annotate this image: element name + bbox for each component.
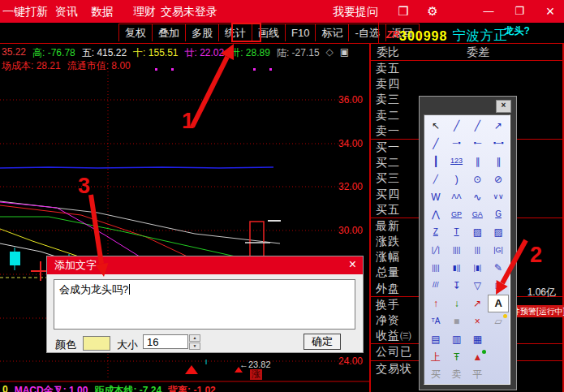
- tool-text-tool[interactable]: A: [489, 295, 508, 312]
- tool-small-text[interactable]: ᵀA: [426, 313, 446, 330]
- gear-icon[interactable]: ⚙: [424, 0, 441, 23]
- weibi-label: 委比: [377, 45, 399, 60]
- toolbar-button-2[interactable]: 多股: [185, 24, 218, 41]
- tool-ray-line[interactable]: ╱: [426, 136, 446, 152]
- tool-ga-tool[interactable]: GA: [467, 206, 487, 222]
- tool-v-wave[interactable]: ∨∨: [489, 189, 508, 205]
- tool-image-tool[interactable]: ▦: [467, 331, 487, 347]
- tool-gp-tool[interactable]: GP: [447, 206, 467, 222]
- menu-item-1[interactable]: 资讯: [55, 0, 78, 23]
- toolbar-button-4[interactable]: 画线: [252, 24, 285, 41]
- cube-icon[interactable]: ❒: [395, 0, 411, 23]
- tool-zigzag[interactable]: ∿: [467, 189, 487, 205]
- tool-xia-marker[interactable]: Ŧ: [447, 349, 467, 365]
- tool-up-arrow[interactable]: ↑: [426, 295, 446, 312]
- tool-hatch-band[interactable]: ▨: [467, 224, 487, 240]
- price-tick-label: 34.00: [338, 138, 369, 149]
- spinner-up-button[interactable]: ▲: [189, 334, 200, 342]
- tool-segment-dot-right[interactable]: ─▪: [447, 136, 467, 152]
- tool-segment-dots[interactable]: ▪─▪: [489, 136, 508, 152]
- tool-arrow-marker[interactable]: ↗: [467, 295, 487, 312]
- tool-bold-bars[interactable]: ▮||: [447, 260, 467, 276]
- tool-sell-label[interactable]: 卖: [447, 366, 467, 382]
- macd-segment: MACD金叉: 1.00: [15, 384, 88, 392]
- tool-ellipse[interactable]: ⊘: [489, 171, 508, 187]
- tool-cursor[interactable]: ↖: [426, 118, 446, 134]
- tool-ruler[interactable]: ▥: [447, 331, 467, 347]
- menu-item-2[interactable]: 数据: [91, 0, 114, 23]
- size-input[interactable]: 16: [143, 334, 188, 349]
- app-window: 一键打新资讯数据理财交易未登录 我要提问 ❒ ⚙ — ❐ × 复权叠加多股统计画…: [0, 0, 564, 392]
- toolbar-button-5[interactable]: F10: [285, 24, 315, 41]
- title-bar: 一键打新资讯数据理财交易未登录 我要提问 ❒ ⚙ — ❐ ×: [0, 0, 564, 23]
- drawing-toolbar-palette: × ↖╱╱↗╱─▪▪─▪─▪┃123∥∥╱)⊙⊘WΛΛ∿∨∨⋀GPGAGZT▨▨…: [419, 96, 517, 390]
- tool-linked-segment[interactable]: |╱|: [426, 242, 446, 258]
- tool-doc-lines[interactable]: ▤: [426, 331, 446, 347]
- tool-triangle-pencil[interactable]: ▽: [467, 278, 487, 294]
- tool-signal-marker[interactable]: ▲: [467, 349, 487, 365]
- tool-circle-gauge[interactable]: ⊙: [467, 171, 487, 187]
- ok-button[interactable]: 确定: [304, 334, 341, 350]
- tool-vertical-bars[interactable]: ||||: [447, 242, 467, 258]
- palette-grid: ↖╱╱↗╱─▪▪─▪─▪┃123∥∥╱)⊙⊘WΛΛ∿∨∨⋀GPGAGZT▨▨|╱…: [425, 117, 509, 382]
- tool-t-lines[interactable]: T: [447, 224, 467, 240]
- tool-short-ray[interactable]: ╱: [426, 171, 446, 187]
- menu-item-4[interactable]: 交易未登录: [161, 0, 217, 23]
- tool-flat-label[interactable]: 平: [467, 366, 487, 382]
- tool-vertical-segment[interactable]: ┃: [426, 153, 446, 170]
- volume-value: 1.06亿: [527, 286, 556, 299]
- signal-dots: [155, 68, 272, 71]
- menu-item-3[interactable]: 理财: [133, 0, 156, 23]
- minimize-button[interactable]: —: [480, 0, 497, 23]
- tool-channel-lines[interactable]: ∥: [489, 153, 508, 170]
- tool-mountain-curve[interactable]: ⋀: [426, 206, 446, 222]
- tool-segment-dot-left[interactable]: ▪─: [467, 136, 487, 152]
- color-swatch[interactable]: [83, 336, 110, 351]
- ask-question-button[interactable]: 我要提问: [333, 0, 378, 23]
- tool-peak-wave[interactable]: ΛΛ: [447, 189, 467, 205]
- tool-hatch-band-2[interactable]: ▨: [489, 224, 508, 240]
- tool-trend-line[interactable]: ╱: [447, 118, 467, 134]
- toolbar-divider: [378, 23, 379, 44]
- tool-gann-fan[interactable]: ///: [426, 278, 446, 294]
- tool-buy-label[interactable]: 买: [426, 366, 446, 382]
- dialog-title[interactable]: 添加文字: [47, 256, 363, 274]
- tool-arc[interactable]: ): [447, 171, 467, 187]
- tool-mixed-bars[interactable]: |▮|: [467, 260, 487, 276]
- close-button[interactable]: ×: [542, 0, 558, 23]
- tool-w-wave[interactable]: W: [426, 189, 446, 205]
- tool-accent-dot: [482, 350, 486, 354]
- tool-rectangle[interactable]: □: [489, 278, 508, 294]
- macd-segment: 0: [2, 384, 8, 392]
- tool-z-lines[interactable]: Z: [426, 224, 446, 240]
- toolbar-button-6[interactable]: 标记: [315, 24, 348, 41]
- toolbar-button-0[interactable]: 复权: [118, 24, 152, 41]
- tool-parallel-lines[interactable]: ∥: [467, 153, 487, 170]
- stock-info: ZR300998宁波方正龙头?: [386, 23, 530, 44]
- tool-eraser[interactable]: ▱: [489, 313, 508, 330]
- tool-pen[interactable]: ✎: [489, 260, 508, 276]
- palette-close-button[interactable]: ×: [496, 100, 511, 113]
- tool-thin-bars[interactable]: ||||: [426, 260, 446, 276]
- size-spinner: ▲ ▼: [189, 334, 200, 351]
- spinner-down-button[interactable]: ▼: [189, 342, 200, 350]
- restore-button[interactable]: ❐: [511, 0, 527, 23]
- toolbar-button-1[interactable]: 叠加: [152, 24, 185, 41]
- toolbar-button-7[interactable]: -自选: [348, 24, 385, 41]
- tool-line-segment[interactable]: ╱: [467, 118, 487, 134]
- tool-shang-marker[interactable]: 上: [426, 349, 446, 365]
- tool-delete-x[interactable]: ×: [467, 313, 487, 330]
- text-input-area[interactable]: 会成为龙头吗?: [54, 279, 355, 330]
- tool-g-tool[interactable]: G: [489, 206, 508, 222]
- toolbar-button-3[interactable]: 统计: [218, 24, 252, 41]
- tool-fill-square[interactable]: ■: [447, 313, 467, 330]
- tool-cycle-bars[interactable]: |||: [467, 242, 487, 258]
- tool-price-note-123[interactable]: 123: [447, 153, 467, 170]
- legend-segment: 卅: 28.89: [230, 46, 270, 60]
- tool-arrow-line[interactable]: ↗: [489, 118, 508, 134]
- tool-drop-arrow[interactable]: ↧: [447, 278, 467, 294]
- tool-down-arrow[interactable]: ↓: [447, 295, 467, 312]
- menu-item-0[interactable]: 一键打新: [2, 0, 48, 23]
- dialog-close-icon[interactable]: ×: [349, 256, 356, 274]
- tool-gann-bars[interactable]: |G|: [489, 242, 508, 258]
